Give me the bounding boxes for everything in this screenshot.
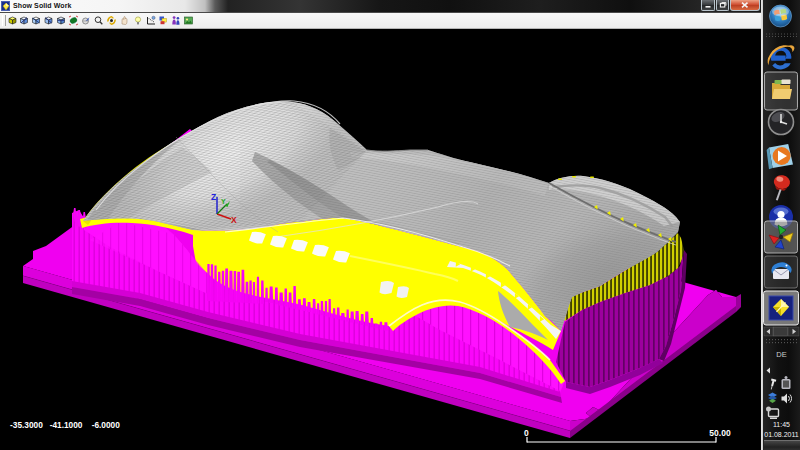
svg-text:Y: Y (221, 198, 226, 205)
svg-text:-35.3000 -41.1000 -6.0000: -35.3000 -41.1000 -6.0000 (10, 420, 120, 430)
svg-text:0: 0 (524, 428, 529, 438)
svg-text:Z: Z (211, 192, 216, 202)
svg-text:50.00: 50.00 (709, 428, 731, 438)
svg-text:X: X (231, 215, 237, 225)
